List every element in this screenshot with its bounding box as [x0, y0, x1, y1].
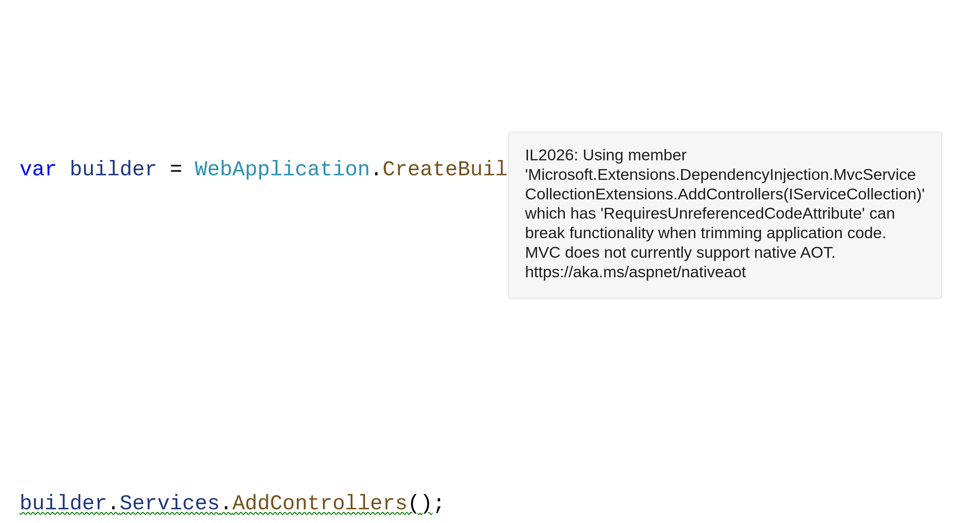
- method-addcontrollers: AddControllers: [232, 492, 408, 515]
- space: [57, 158, 69, 181]
- diagnostic-tooltip: IL2026: Using member 'Microsoft.Extensio…: [508, 132, 942, 298]
- code-blank-line[interactable]: [19, 320, 980, 354]
- space: [157, 158, 169, 181]
- code-line-2[interactable]: builder.Services.AddControllers();: [19, 487, 980, 521]
- warning-squiggle[interactable]: builder.Services.AddControllers(): [19, 492, 433, 515]
- space: [182, 158, 194, 181]
- diagnostic-text: IL2026: Using member 'Microsoft.Extensio…: [525, 146, 925, 281]
- type-webapplication: WebApplication: [195, 158, 370, 181]
- paren-open: (: [408, 492, 420, 515]
- ident-builder: builder: [19, 492, 107, 515]
- ident-services: Services: [119, 492, 220, 515]
- dot: .: [220, 492, 232, 515]
- ident-builder: builder: [70, 158, 158, 181]
- keyword-var: var: [19, 158, 57, 181]
- paren-close: ): [420, 492, 433, 515]
- code-editor[interactable]: var builder = WebApplication.CreateBuild…: [0, 0, 980, 523]
- semicolon: ;: [433, 492, 445, 515]
- dot: .: [370, 158, 382, 181]
- operator-equals: =: [170, 158, 182, 181]
- dot: .: [107, 492, 119, 515]
